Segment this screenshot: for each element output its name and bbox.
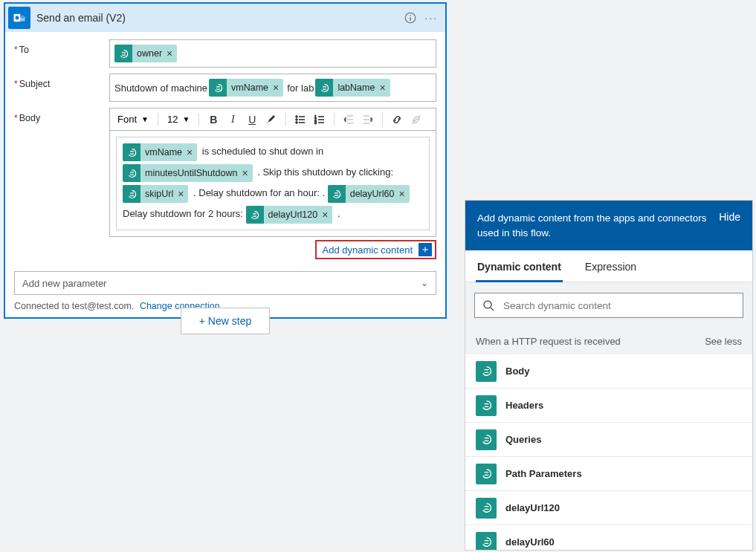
number-list-button[interactable]: 123	[311, 111, 328, 128]
search-icon	[482, 299, 494, 311]
info-icon[interactable]	[404, 11, 417, 25]
svg-point-7	[296, 118, 298, 120]
panel-tabs: Dynamic content Expression	[465, 250, 752, 282]
svg-point-9	[296, 121, 298, 123]
dynamic-content-item[interactable]: Headers	[465, 389, 752, 423]
token-remove-icon[interactable]: ×	[398, 189, 404, 199]
subject-field[interactable]: Shutdown of machine vmName × for lab lab…	[109, 74, 436, 102]
svg-point-1	[16, 16, 19, 20]
new-step-button[interactable]: + New step	[181, 308, 270, 334]
chevron-down-icon: ⌄	[421, 278, 428, 288]
dynamic-token-icon	[476, 361, 497, 382]
item-label: delayUrl120	[505, 502, 560, 513]
token-remove-icon[interactable]: ×	[167, 48, 172, 59]
see-less-link[interactable]: See less	[705, 336, 742, 347]
bullet-list-button[interactable]	[292, 111, 308, 128]
token-remove-icon[interactable]: ×	[242, 168, 248, 178]
token-vmname[interactable]: vmName×	[123, 143, 197, 161]
dynamic-content-item[interactable]: delayUrl120	[465, 491, 752, 525]
item-label: delayUrl60	[505, 536, 555, 548]
svg-text:3: 3	[314, 120, 317, 125]
add-new-parameter[interactable]: Add new parameter ⌄	[14, 271, 436, 295]
dynamic-token-icon	[476, 395, 497, 416]
dynamic-content-item[interactable]: Body	[465, 354, 752, 389]
email-action-card: Send an email (V2) ··· *To owner ×	[4, 2, 447, 319]
token-remove-icon[interactable]: ×	[178, 189, 184, 199]
token-remove-icon[interactable]: ×	[379, 82, 385, 93]
card-header: Send an email (V2) ···	[5, 4, 445, 32]
svg-point-24	[484, 301, 491, 308]
plus-icon: ＋	[419, 243, 432, 256]
font-select[interactable]: Font▼	[114, 113, 152, 126]
indent-button[interactable]	[360, 111, 376, 128]
item-label: Queries	[505, 434, 541, 445]
svg-point-4	[410, 15, 412, 16]
fontsize-select[interactable]: 12▼	[164, 113, 193, 126]
item-label: Body	[505, 366, 530, 377]
item-label: Headers	[505, 400, 543, 411]
token-owner[interactable]: owner ×	[114, 45, 177, 62]
dynamic-token-icon	[246, 206, 264, 224]
outlook-icon	[8, 7, 30, 29]
body-label: Body	[19, 113, 41, 123]
italic-button[interactable]: I	[224, 111, 241, 128]
dynamic-token-icon	[209, 79, 227, 97]
dynamic-token-icon	[315, 79, 333, 97]
rich-text-toolbar: Font▼ 12▼ B I U 123	[109, 108, 436, 130]
outdent-button[interactable]	[340, 111, 357, 128]
dynamic-token-icon	[476, 498, 497, 519]
token-delay120[interactable]: delayUrl120×	[246, 206, 333, 224]
token-skipurl[interactable]: skipUrl×	[123, 185, 188, 203]
group-header: When a HTTP request is received See less	[465, 328, 752, 354]
dynamic-content-item[interactable]: Path Parameters	[465, 457, 752, 491]
link-button[interactable]	[389, 111, 405, 128]
hide-panel-link[interactable]: Hide	[719, 211, 740, 223]
token-remove-icon[interactable]: ×	[273, 82, 279, 93]
card-title: Send an email (V2)	[36, 12, 398, 24]
dynamic-token-icon	[123, 143, 140, 161]
dynamic-content-item[interactable]: delayUrl60	[465, 525, 752, 550]
panel-header: Add dynamic content from the apps and co…	[465, 201, 752, 250]
token-remove-icon[interactable]: ×	[322, 210, 328, 220]
dynamic-token-icon	[114, 45, 132, 62]
subject-row: *Subject Shutdown of machine vmName × fo…	[14, 74, 436, 102]
body-row: *Body Font▼ 12▼ B I U 123	[14, 108, 436, 265]
dynamic-token-icon	[476, 429, 497, 450]
dynamic-content-item[interactable]: Queries	[465, 423, 752, 457]
to-field[interactable]: owner ×	[109, 39, 436, 68]
dynamic-token-icon	[476, 464, 497, 484]
dynamic-token-icon	[123, 185, 140, 203]
tab-expression[interactable]: Expression	[584, 250, 638, 282]
dynamic-token-icon	[123, 164, 140, 182]
highlight-button[interactable]	[263, 111, 280, 128]
underline-button[interactable]: U	[244, 111, 260, 128]
item-label: Path Parameters	[505, 468, 582, 479]
token-remove-icon[interactable]: ×	[187, 147, 193, 158]
token-vmname[interactable]: vmName ×	[209, 79, 283, 97]
search-box[interactable]	[474, 293, 743, 318]
to-label: To	[19, 45, 29, 55]
search-input[interactable]	[502, 299, 735, 312]
more-menu-icon[interactable]: ···	[424, 12, 438, 24]
tab-dynamic-content[interactable]: Dynamic content	[476, 250, 563, 282]
to-row: *To owner ×	[14, 39, 436, 68]
token-delay60[interactable]: delayUrl60×	[328, 185, 410, 203]
svg-line-25	[491, 308, 494, 311]
token-minutes[interactable]: minutesUntilShutdown×	[123, 164, 253, 182]
body-editor[interactable]: vmName× is scheduled to shut down in min…	[109, 130, 436, 237]
token-labname[interactable]: labName ×	[315, 79, 390, 97]
dynamic-content-panel: Add dynamic content from the apps and co…	[465, 200, 753, 551]
unlink-button[interactable]	[408, 111, 424, 128]
dynamic-token-icon	[328, 185, 346, 203]
svg-point-5	[296, 115, 298, 117]
subject-label: Subject	[19, 79, 51, 89]
dynamic-token-icon	[476, 532, 497, 550]
bold-button[interactable]: B	[205, 111, 222, 128]
dynamic-content-list[interactable]: When a HTTP request is received See less…	[465, 328, 752, 550]
add-dynamic-content-link[interactable]: Add dynamic content ＋	[315, 240, 436, 259]
